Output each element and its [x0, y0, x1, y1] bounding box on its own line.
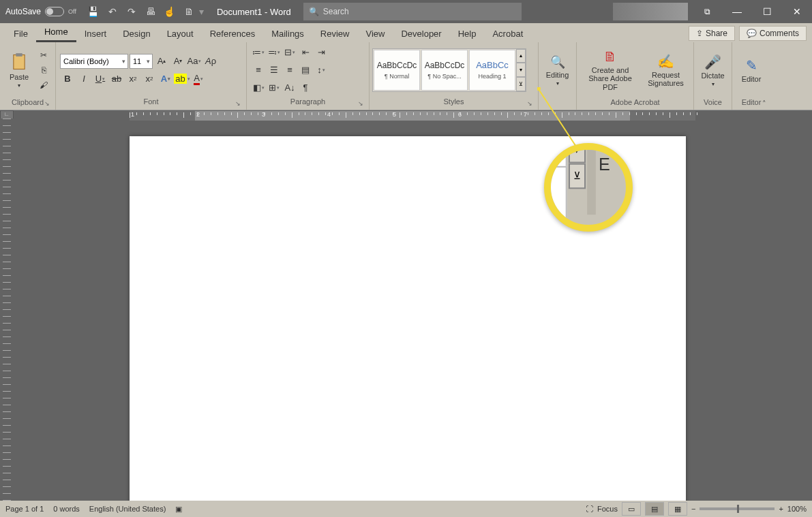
- chevron-down-icon: ▾: [556, 80, 559, 87]
- multilevel-list-icon[interactable]: ⊟: [282, 45, 297, 60]
- tab-view[interactable]: View: [357, 25, 393, 42]
- styles-row-down-icon[interactable]: ▾: [516, 63, 526, 77]
- create-share-pdf-button[interactable]: 🗎 Create and Share Adobe PDF: [581, 44, 640, 97]
- styles-launcher-icon[interactable]: ↘: [527, 100, 535, 108]
- autosave-toggle[interactable]: AutoSave Off: [0, 7, 82, 16]
- superscript-icon[interactable]: x2: [142, 72, 157, 87]
- callout-more-icon[interactable]: ⊻: [569, 163, 586, 189]
- redo-icon[interactable]: ↷: [123, 3, 140, 20]
- document-area: ∟ 1234567: [0, 110, 812, 501]
- tab-design[interactable]: Design: [115, 25, 158, 42]
- numbering-icon[interactable]: ≕: [267, 45, 282, 60]
- group-voice: 🎤 Dictate ▾ Voice: [694, 42, 732, 110]
- sort-icon[interactable]: A↓: [282, 80, 297, 95]
- focus-label[interactable]: Focus: [597, 505, 618, 513]
- clipboard-launcher-icon[interactable]: ↘: [44, 100, 52, 108]
- shrink-font-icon[interactable]: A▾: [170, 54, 185, 69]
- print-layout-icon[interactable]: ▤: [645, 502, 664, 516]
- dictate-button[interactable]: 🎤 Dictate ▾: [698, 44, 727, 97]
- status-words[interactable]: 0 words: [53, 505, 80, 513]
- font-color-icon[interactable]: A: [191, 72, 206, 87]
- tab-home[interactable]: Home: [36, 22, 76, 42]
- touch-mode-icon[interactable]: ☝: [161, 3, 179, 20]
- search-box[interactable]: 🔍 Search: [303, 3, 522, 20]
- bullets-icon[interactable]: ≔: [251, 45, 266, 60]
- borders-icon[interactable]: ⊞: [267, 80, 282, 95]
- close-icon[interactable]: ✕: [782, 0, 812, 23]
- styles-more-icon[interactable]: ⊻: [516, 77, 526, 91]
- collapse-ribbon-icon[interactable]: ˄: [762, 99, 766, 108]
- account-block[interactable]: [613, 3, 688, 20]
- minimize-icon[interactable]: —: [722, 0, 752, 23]
- format-painter-icon[interactable]: 🖌: [37, 78, 50, 92]
- qat-customize-icon[interactable]: ▾: [199, 3, 205, 20]
- comments-button[interactable]: 💬Comments: [739, 26, 807, 41]
- read-mode-icon[interactable]: ▭: [622, 502, 641, 516]
- tab-help[interactable]: Help: [450, 25, 485, 42]
- style-heading-1[interactable]: AaBbCc Heading 1: [469, 50, 515, 91]
- tab-layout[interactable]: Layout: [159, 25, 202, 42]
- italic-icon[interactable]: I: [76, 72, 91, 87]
- font-size-combo[interactable]: 11: [130, 54, 153, 69]
- quick-print-icon[interactable]: 🖶: [142, 3, 160, 20]
- align-right-icon[interactable]: ≡: [282, 63, 297, 78]
- tab-review[interactable]: Review: [312, 25, 358, 42]
- zoom-slider[interactable]: [700, 507, 775, 510]
- text-effects-icon[interactable]: A: [158, 72, 173, 87]
- callout-row-down-icon[interactable]: ▾: [569, 143, 586, 163]
- paragraph-launcher-icon[interactable]: ↘: [358, 100, 366, 108]
- align-left-icon[interactable]: ≡: [251, 63, 266, 78]
- macro-recording-icon[interactable]: ▣: [175, 505, 182, 514]
- cut-icon[interactable]: ✂: [37, 48, 50, 62]
- group-paragraph: ≔ ≕ ⊟ ⇤ ⇥ ≡ ☰ ≡ ▤ ↕ ◧ ⊞ A↓ ¶ Paragraph ↘: [247, 42, 370, 110]
- decrease-indent-icon[interactable]: ⇤: [298, 45, 313, 60]
- status-language[interactable]: English (United States): [89, 505, 166, 513]
- underline-icon[interactable]: U: [93, 72, 108, 87]
- tab-insert[interactable]: Insert: [76, 25, 115, 42]
- show-marks-icon[interactable]: ¶: [298, 80, 313, 95]
- tab-developer[interactable]: Developer: [393, 25, 449, 42]
- comment-icon: 💬: [747, 29, 757, 38]
- new-doc-icon[interactable]: 🗎: [180, 3, 198, 20]
- line-spacing-icon[interactable]: ↕: [314, 63, 329, 78]
- font-name-combo[interactable]: Calibri (Body): [60, 54, 128, 69]
- editor-button[interactable]: ✎ Editor: [736, 44, 766, 97]
- strikethrough-icon[interactable]: ab: [109, 72, 124, 87]
- grow-font-icon[interactable]: A▴: [154, 54, 169, 69]
- subscript-icon[interactable]: x2: [125, 72, 140, 87]
- justify-icon[interactable]: ▤: [298, 63, 313, 78]
- style-normal[interactable]: AaBbCcDc ¶ Normal: [374, 50, 420, 91]
- vertical-ruler[interactable]: [0, 119, 14, 501]
- zoom-level[interactable]: 100%: [787, 505, 807, 513]
- change-case-icon[interactable]: Aa: [187, 54, 202, 69]
- align-center-icon[interactable]: ☰: [267, 63, 282, 78]
- style-no-spacing[interactable]: AaBbCcDc ¶ No Spac...: [421, 50, 468, 91]
- ribbon-display-options-icon[interactable]: ⧉: [692, 0, 722, 23]
- zoom-out-icon[interactable]: −: [691, 505, 695, 513]
- search-placeholder: Search: [323, 7, 349, 16]
- paste-button[interactable]: Paste ▾: [4, 44, 34, 97]
- tab-file[interactable]: File: [5, 25, 36, 42]
- maximize-icon[interactable]: ☐: [752, 0, 782, 23]
- save-icon[interactable]: 💾: [85, 3, 102, 20]
- bold-icon[interactable]: B: [60, 72, 75, 87]
- clear-formatting-icon[interactable]: Aρ: [203, 54, 218, 69]
- tab-mailings[interactable]: Mailings: [263, 25, 312, 42]
- horizontal-ruler[interactable]: 1234567: [14, 110, 812, 121]
- focus-mode-icon[interactable]: ⛶: [586, 505, 593, 513]
- increase-indent-icon[interactable]: ⇥: [314, 45, 329, 60]
- shading-icon[interactable]: ◧: [251, 80, 266, 95]
- request-signatures-button[interactable]: ✍ Request Signatures: [642, 44, 689, 97]
- tab-references[interactable]: References: [202, 25, 263, 42]
- copy-icon[interactable]: ⎘: [37, 63, 50, 77]
- share-button[interactable]: ⇪Share: [689, 26, 735, 41]
- font-launcher-icon[interactable]: ↘: [235, 100, 243, 108]
- tab-acrobat[interactable]: Acrobat: [484, 25, 531, 42]
- status-page[interactable]: Page 1 of 1: [5, 505, 44, 513]
- editing-button[interactable]: 🔍 Editing ▾: [543, 44, 572, 97]
- styles-row-up-icon[interactable]: ▴: [516, 49, 526, 63]
- zoom-in-icon[interactable]: +: [779, 505, 783, 513]
- web-layout-icon[interactable]: ▦: [668, 502, 687, 516]
- highlight-icon[interactable]: ab: [175, 72, 190, 87]
- undo-icon[interactable]: ↶: [104, 3, 121, 20]
